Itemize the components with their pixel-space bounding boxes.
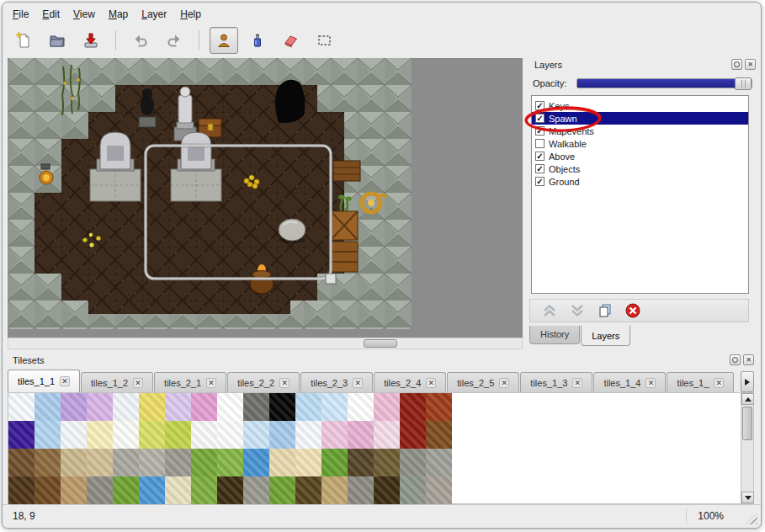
close-icon[interactable]: ✕ <box>645 378 656 388</box>
tab-history[interactable]: History <box>529 326 580 344</box>
layer-visibility-checkbox[interactable]: ✓ <box>535 164 545 173</box>
tileset-tile[interactable] <box>8 421 35 449</box>
tileset-tile[interactable] <box>8 476 35 504</box>
tileset-tab-tiles_2_1[interactable]: tiles_2_1✕ <box>154 372 226 392</box>
tileset-tile[interactable] <box>113 393 139 421</box>
tileset-vertical-scrollbar[interactable] <box>741 393 753 503</box>
tileset-tile[interactable] <box>61 476 87 504</box>
tileset-tile[interactable] <box>400 449 426 476</box>
tileset-tab-tiles_1_2[interactable]: tiles_1_2✕ <box>81 372 153 392</box>
tileset-tile[interactable] <box>269 449 295 476</box>
tileset-tile[interactable] <box>139 449 165 476</box>
tileset-tile[interactable] <box>400 421 426 449</box>
tileset-tile[interactable] <box>243 393 269 421</box>
tileset-tile[interactable] <box>35 421 61 449</box>
layer-row-mapevents[interactable]: ✓Mapevents <box>532 125 748 137</box>
close-panel-button[interactable]: ✕ <box>745 59 756 70</box>
layer-visibility-checkbox[interactable] <box>535 139 545 148</box>
close-icon[interactable]: ✕ <box>133 378 143 388</box>
close-icon[interactable]: ✕ <box>499 378 509 388</box>
tileset-tab-tiles_2_4[interactable]: tiles_2_4✕ <box>374 372 446 392</box>
scroll-down-button[interactable] <box>741 492 754 503</box>
duplicate-layer-button[interactable] <box>596 301 614 320</box>
map-horizontal-scrollbar[interactable] <box>8 338 523 349</box>
tileset-tile[interactable] <box>348 421 374 449</box>
layer-visibility-checkbox[interactable]: ✓ <box>535 126 545 136</box>
tileset-tile[interactable] <box>35 449 61 476</box>
menu-item-map[interactable]: Map <box>102 6 135 23</box>
tab-layers[interactable]: Layers <box>581 325 630 346</box>
layer-visibility-checkbox[interactable]: ✓ <box>535 101 545 110</box>
tileset-tab-tiles_1_1[interactable]: tiles_1_1✕ <box>8 370 80 392</box>
tileset-tile[interactable] <box>374 421 400 449</box>
tileset-tile[interactable] <box>113 476 139 504</box>
menu-item-layer[interactable]: Layer <box>135 6 173 23</box>
tileset-tile[interactable] <box>374 449 400 476</box>
tileset-tile[interactable] <box>165 476 191 504</box>
tileset-tile[interactable] <box>321 421 348 449</box>
tileset-tile[interactable] <box>243 449 269 476</box>
close-icon[interactable]: ✕ <box>426 378 436 388</box>
tileset-tab-tiles_2_2[interactable]: tiles_2_2✕ <box>227 372 300 392</box>
opacity-slider[interactable] <box>576 78 752 88</box>
tileset-tile[interactable] <box>321 476 348 504</box>
tileset-tile[interactable] <box>191 449 217 476</box>
tileset-tile[interactable] <box>426 393 452 421</box>
tileset-tile[interactable] <box>426 476 452 504</box>
layer-row-keys[interactable]: ✓Keys <box>532 99 748 112</box>
opacity-slider-handle[interactable] <box>735 77 752 90</box>
toolbar-button-redo[interactable] <box>160 27 189 54</box>
tileset-tile[interactable] <box>321 393 348 421</box>
tileset-tile[interactable] <box>165 421 191 449</box>
tileset-tile[interactable] <box>374 476 400 504</box>
tileset-tile[interactable] <box>348 476 374 504</box>
tileset-tile[interactable] <box>400 393 426 421</box>
tileset-tile[interactable] <box>35 393 61 421</box>
tileset-tile[interactable] <box>139 393 165 421</box>
tileset-tile[interactable] <box>295 393 321 421</box>
tileset-tile[interactable] <box>191 421 217 449</box>
tileset-tile[interactable] <box>295 421 321 449</box>
toolbar-button-fill-tool[interactable] <box>243 27 272 54</box>
close-icon[interactable]: ✕ <box>714 378 724 388</box>
menu-item-view[interactable]: View <box>66 6 102 23</box>
layer-visibility-checkbox[interactable]: ✓ <box>535 152 545 161</box>
tileset-tile[interactable] <box>400 476 426 504</box>
scroll-up-button[interactable] <box>741 393 754 405</box>
close-icon[interactable]: ✕ <box>60 376 70 386</box>
tileset-tile[interactable] <box>243 421 269 449</box>
tileset-tile[interactable] <box>87 421 113 449</box>
vscroll-handle[interactable] <box>742 407 752 440</box>
tileset-tab-tiles_2_5[interactable]: tiles_2_5✕ <box>447 372 519 392</box>
close-icon[interactable]: ✕ <box>206 378 216 388</box>
move-layer-up-button[interactable] <box>540 301 559 320</box>
tileset-tile[interactable] <box>269 393 295 421</box>
tileset-tile[interactable] <box>191 393 217 421</box>
close-panel-button[interactable]: ✕ <box>743 354 754 365</box>
toolbar-button-new-file[interactable] <box>9 27 38 54</box>
tileset-tile[interactable] <box>269 476 295 504</box>
tileset-tile[interactable] <box>8 449 35 476</box>
tileset-tile[interactable] <box>87 393 113 421</box>
toolbar-button-eraser-tool[interactable] <box>277 27 305 54</box>
tileset-tab-tiles_1_4[interactable]: tiles_1_4✕ <box>593 372 666 392</box>
tileset-tile[interactable] <box>217 393 243 421</box>
tileset-tile[interactable] <box>87 476 113 504</box>
tileset-tile[interactable] <box>269 421 295 449</box>
tileset-tile[interactable] <box>217 421 243 449</box>
menu-item-edit[interactable]: Edit <box>35 6 66 23</box>
layer-row-ground[interactable]: ✓Ground <box>532 175 748 188</box>
tileset-tile[interactable] <box>426 421 452 449</box>
layer-row-walkable[interactable]: Walkable <box>532 137 748 150</box>
tileset-tab-tiles_1_3[interactable]: tiles_1_3✕ <box>520 372 592 392</box>
tileset-tile[interactable] <box>191 476 217 504</box>
tileset-tile[interactable] <box>113 449 139 476</box>
detach-panel-button[interactable] <box>730 354 741 365</box>
tileset-tile[interactable] <box>217 449 243 476</box>
tileset-tile[interactable] <box>61 421 87 449</box>
layer-row-spawn[interactable]: ✓Spawn <box>532 112 748 125</box>
toolbar-button-save-file[interactable] <box>77 27 105 54</box>
tileset-tile[interactable] <box>61 449 87 476</box>
layer-visibility-checkbox[interactable]: ✓ <box>535 114 545 123</box>
tileset-tile[interactable] <box>374 393 400 421</box>
